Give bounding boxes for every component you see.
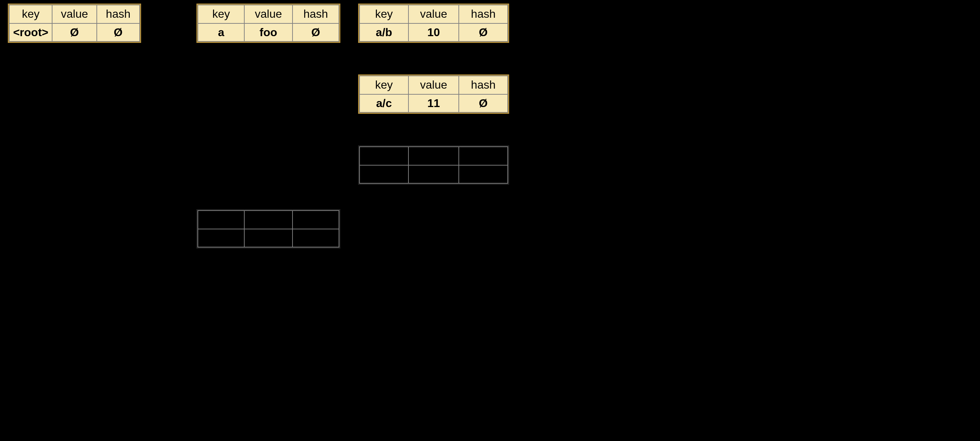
cell-key: a/b (360, 23, 409, 42)
node-ac: keyvaluehasha/c11Ø (358, 75, 509, 114)
cell-value (409, 165, 459, 184)
node-ph1 (358, 145, 509, 185)
header-key (198, 210, 244, 229)
header-key (360, 147, 409, 165)
header-hash: hash (97, 5, 140, 23)
header-value: value (409, 5, 459, 23)
header-value: value (244, 5, 292, 23)
cell-value (244, 229, 292, 247)
header-key: key (198, 5, 244, 23)
node-ph2 (196, 209, 340, 248)
header-key: key (9, 5, 52, 23)
header-hash: hash (459, 5, 508, 23)
cell-value: 10 (409, 23, 459, 42)
cell-hash: Ø (97, 23, 140, 42)
node-a: keyvaluehashafooØ (196, 3, 340, 43)
header-hash (293, 210, 339, 229)
header-hash: hash (293, 5, 339, 23)
cell-hash: Ø (459, 23, 508, 42)
node-ab: keyvaluehasha/b10Ø (358, 3, 509, 43)
cell-key (360, 165, 409, 184)
header-key: key (360, 5, 409, 23)
cell-hash (459, 165, 508, 184)
cell-value: 11 (409, 94, 459, 113)
cell-value: foo (244, 23, 292, 42)
cell-value: Ø (52, 23, 96, 42)
header-hash (459, 147, 508, 165)
header-value: value (52, 5, 96, 23)
cell-hash: Ø (459, 94, 508, 113)
header-value (409, 147, 459, 165)
node-root: keyvaluehash<root>ØØ (8, 3, 141, 43)
header-hash: hash (459, 76, 508, 94)
cell-hash (293, 229, 339, 247)
header-value (244, 210, 292, 229)
cell-key: a (198, 23, 244, 42)
header-key: key (360, 76, 409, 94)
header-value: value (409, 76, 459, 94)
cell-key (198, 229, 244, 247)
cell-key: <root> (9, 23, 52, 42)
cell-key: a/c (360, 94, 409, 113)
cell-hash: Ø (293, 23, 339, 42)
